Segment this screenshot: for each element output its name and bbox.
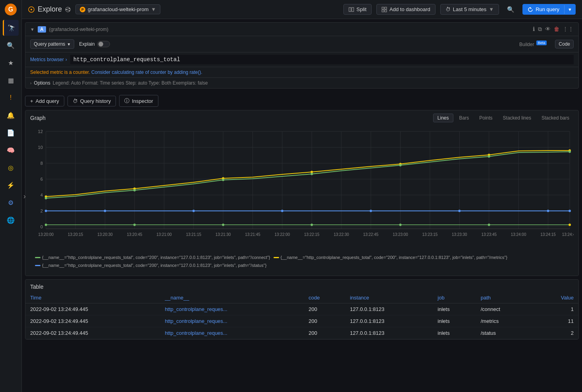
query-history-button[interactable]: ⏱ Query history — [67, 96, 116, 106]
search-button[interactable]: 🔍 — [504, 4, 518, 15]
svg-point-57 — [45, 197, 47, 199]
split-button[interactable]: Split — [343, 4, 372, 15]
history-icon: ⏱ — [73, 98, 78, 104]
query-delete-icon[interactable]: 🗑 — [554, 26, 559, 33]
legend-label-metrics: {__name__="http_controlplane_requests_to… — [281, 255, 507, 260]
add-query-button[interactable]: + Add query — [25, 96, 64, 106]
col-time[interactable]: Time — [25, 292, 160, 303]
view-btn-stacked-bars[interactable]: Stacked bars — [537, 114, 574, 122]
query-input[interactable] — [70, 55, 574, 64]
svg-rect-15 — [385, 10, 387, 12]
sidebar-item-alerting[interactable]: ! — [3, 90, 19, 106]
share-icon[interactable] — [65, 7, 71, 12]
sidebar-item-ai[interactable]: 🧠 — [3, 142, 19, 158]
svg-text:13:22:45: 13:22:45 — [363, 232, 379, 237]
query-info-icon[interactable]: ℹ — [533, 26, 535, 33]
builder-button[interactable]: Builder Beta — [516, 39, 550, 49]
svg-rect-12 — [382, 7, 384, 9]
inspector-button[interactable]: ⓘ Inspector — [119, 95, 158, 107]
svg-text:12: 12 — [38, 129, 43, 134]
main-container: Explore P grafanacloud-welteki-prom ▼ — [22, 0, 582, 392]
svg-point-66 — [193, 210, 195, 212]
sidebar-item-integrations[interactable]: ⚙ — [3, 195, 19, 210]
explain-toggle[interactable] — [97, 41, 110, 47]
svg-line-8 — [67, 8, 69, 9]
sidebar-item-docs[interactable]: 📄 — [3, 125, 19, 141]
run-query-main[interactable]: Run query — [523, 4, 564, 14]
svg-text:13:20:00: 13:20:00 — [38, 232, 54, 237]
col-value[interactable]: Value — [534, 292, 578, 303]
query-toggle-icon[interactable]: 👁 — [545, 26, 551, 33]
cell-path: /connect — [476, 303, 534, 315]
svg-text:13:22:15: 13:22:15 — [304, 232, 320, 237]
col-instance[interactable]: instance — [345, 292, 433, 303]
query-patterns-button[interactable]: Query patterns ▼ — [30, 39, 74, 49]
svg-point-68 — [370, 210, 372, 212]
metrics-browser-chevron: › — [66, 57, 67, 62]
cell-path: /metrics — [476, 315, 534, 327]
cell-name: http_controlplane_reques... — [160, 327, 304, 339]
query-warning: Selected metric is a counter. Consider c… — [25, 67, 578, 78]
grafana-logo[interactable]: G — [4, 3, 17, 16]
svg-point-77 — [488, 224, 490, 226]
sidebar-item-explore[interactable]: 🔭 — [3, 20, 19, 36]
run-query-dropdown[interactable]: ▼ — [564, 5, 575, 14]
topbar: Explore P grafanacloud-welteki-prom ▼ — [22, 0, 582, 19]
metrics-browser-link[interactable]: Metrics browser › — [30, 57, 67, 62]
svg-text:13:22:00: 13:22:00 — [275, 232, 290, 237]
datasource-name: grafanacloud-welteki-prom — [88, 6, 148, 12]
sidebar: G 🔭 🔍 ★ ▦ ! 🔔 📄 🧠 ◎ ⚡ ⚙ 🌐 — [0, 0, 22, 392]
query-copy-icon[interactable]: ⧉ — [538, 26, 542, 33]
svg-point-72 — [45, 224, 47, 226]
sidebar-item-global[interactable]: 🌐 — [3, 212, 19, 228]
cell-instance: 127.0.0.1:8123 — [345, 315, 433, 327]
table-row: 2022-09-02 13:24:49.445 http_controlplan… — [25, 327, 578, 339]
col-name[interactable]: __name__ — [160, 292, 304, 303]
add-dashboard-button[interactable]: Add to dashboard — [376, 4, 436, 15]
col-code[interactable]: code — [304, 292, 345, 303]
col-path[interactable]: path — [476, 292, 534, 303]
nav-collapse-arrow[interactable]: › — [22, 189, 27, 203]
view-btn-bars[interactable]: Bars — [455, 114, 474, 122]
view-btn-stacked-lines[interactable]: Stacked lines — [499, 114, 536, 122]
svg-text:13:23:15: 13:23:15 — [422, 232, 438, 237]
cell-instance: 127.0.0.1:8123 — [345, 327, 433, 339]
query-more-icon[interactable]: ⋮⋮ — [563, 26, 574, 33]
chart-svg: 12 10 8 6 4 2 0 — [30, 126, 574, 249]
add-query-label: Add query — [36, 98, 59, 104]
svg-rect-13 — [385, 7, 387, 9]
sidebar-item-starred[interactable]: ★ — [3, 55, 19, 71]
explore-icon — [28, 6, 35, 13]
cell-time: 2022-09-02 13:24:49.445 — [25, 303, 160, 315]
graph-area: 12 10 8 6 4 2 0 — [25, 126, 578, 276]
warning-link[interactable]: Consider calculating rate of counter by … — [91, 70, 202, 75]
query-collapse-chevron[interactable]: ▼ — [30, 27, 35, 32]
table-row: 2022-09-02 13:24:49.445 http_controlplan… — [25, 303, 578, 315]
svg-text:8: 8 — [40, 161, 43, 166]
search-icon: 🔍 — [507, 6, 515, 13]
legend-item-status: {__name__="http_controlplane_requests_to… — [35, 263, 266, 268]
add-query-icon: + — [30, 98, 33, 104]
sidebar-item-lightning[interactable]: ⚡ — [3, 177, 19, 193]
sidebar-item-onboarding[interactable]: ◎ — [3, 160, 19, 176]
cell-code: 200 — [304, 327, 345, 339]
view-btn-lines[interactable]: Lines — [433, 114, 453, 122]
svg-point-5 — [66, 9, 67, 10]
sidebar-item-search[interactable]: 🔍 — [3, 37, 19, 53]
datasource-picker[interactable]: P grafanacloud-welteki-prom ▼ — [75, 4, 160, 14]
graph-svg: 12 10 8 6 4 2 0 — [30, 126, 574, 253]
time-range-button[interactable]: ⏱ Last 5 minutes ▼ — [440, 4, 499, 15]
run-query-button[interactable]: Run query ▼ — [522, 4, 576, 15]
code-button[interactable]: Code — [555, 40, 574, 48]
options-row[interactable]: › Options Legend: Auto Format: Time seri… — [25, 78, 578, 88]
cell-value: 1 — [534, 303, 578, 315]
sidebar-item-notifications[interactable]: 🔔 — [3, 107, 19, 123]
svg-text:13:20:30: 13:20:30 — [97, 232, 113, 237]
cell-code: 200 — [304, 303, 345, 315]
cell-name: http_controlplane_reques... — [160, 315, 304, 327]
sidebar-item-dashboards[interactable]: ▦ — [3, 72, 19, 88]
table-row: 2022-09-02 13:24:49.445 http_controlplan… — [25, 315, 578, 327]
svg-point-6 — [69, 8, 70, 9]
view-btn-points[interactable]: Points — [475, 114, 497, 122]
col-job[interactable]: job — [433, 292, 476, 303]
